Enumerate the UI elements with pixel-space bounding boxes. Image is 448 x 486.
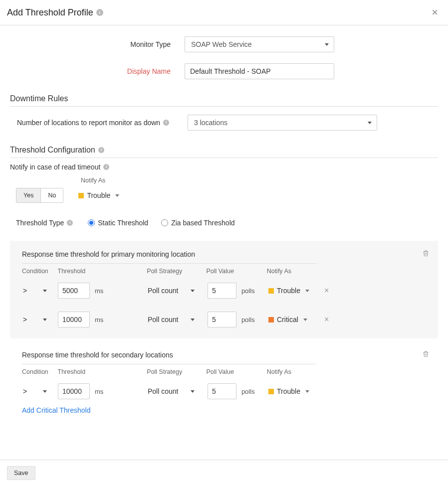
add-critical-threshold-link[interactable]: Add Critical Threshold xyxy=(22,406,90,414)
notify-status-select[interactable]: Trouble xyxy=(78,191,119,199)
toggle-yes[interactable]: Yes xyxy=(16,188,41,202)
info-icon[interactable]: i xyxy=(67,220,73,226)
col-threshold: Threshold xyxy=(58,268,147,275)
condition-select[interactable]: > xyxy=(22,383,50,399)
monitor-type-label: Monitor Type xyxy=(10,40,185,48)
primary-block-title: Response time threshold for primary moni… xyxy=(22,250,195,258)
chevron-down-icon xyxy=(43,390,47,393)
notify-status-value: Trouble xyxy=(87,191,110,199)
col-condition: Condition xyxy=(22,368,58,375)
primary-threshold-block: Response time threshold for primary moni… xyxy=(10,241,438,338)
trouble-status-icon xyxy=(268,288,274,294)
chevron-down-icon xyxy=(305,390,309,393)
notify-as-select[interactable]: Trouble xyxy=(268,387,318,395)
threshold-config-title: Threshold Configuration i xyxy=(10,146,438,158)
chevron-down-icon xyxy=(115,194,119,197)
notify-as-select[interactable]: Trouble xyxy=(268,287,318,295)
monitor-type-select[interactable]: SOAP Web Service xyxy=(185,36,334,52)
downtime-rules-title: Downtime Rules xyxy=(10,94,438,107)
radio-static-threshold[interactable]: Static Threshold xyxy=(88,219,148,227)
radio-icon xyxy=(88,219,95,226)
remove-row-icon[interactable]: × xyxy=(324,286,329,295)
radio-icon xyxy=(161,219,168,226)
close-icon[interactable]: × xyxy=(432,7,438,18)
chevron-down-icon xyxy=(303,319,307,321)
unit-ms: ms xyxy=(95,287,103,295)
poll-value-input[interactable] xyxy=(208,312,236,327)
dialog-footer: Save xyxy=(0,460,448,486)
threshold-row: > ms Poll count polls xyxy=(22,383,429,399)
chevron-down-icon xyxy=(191,319,195,321)
locations-label: Number of locations to report monitor as… xyxy=(17,119,160,127)
threshold-row: > ms Poll count polls xyxy=(22,283,429,299)
radio-zia-threshold[interactable]: Zia based Threshold xyxy=(161,219,234,227)
info-icon[interactable]: i xyxy=(96,9,103,16)
chevron-down-icon xyxy=(43,290,47,292)
save-button[interactable]: Save xyxy=(7,466,35,480)
poll-value-input[interactable] xyxy=(208,283,236,299)
threshold-input[interactable] xyxy=(58,312,90,327)
chevron-down-icon xyxy=(191,390,195,393)
poll-strategy-select[interactable]: Poll count xyxy=(148,283,198,299)
dialog-title: Add Threshold Profile xyxy=(7,7,93,18)
notify-as-select[interactable]: Critical xyxy=(268,316,318,324)
display-name-label: Display Name xyxy=(10,67,185,75)
unit-polls: polls xyxy=(241,388,255,395)
info-icon[interactable]: i xyxy=(98,147,104,153)
chevron-down-icon xyxy=(191,290,195,292)
read-timeout-toggle: Yes No xyxy=(16,188,63,203)
monitor-type-value: SOAP Web Service xyxy=(191,40,252,48)
trash-icon[interactable] xyxy=(423,350,429,359)
unit-polls: polls xyxy=(241,287,255,295)
trash-icon[interactable] xyxy=(423,250,429,258)
threshold-input[interactable] xyxy=(58,283,90,299)
col-notify: Notify As xyxy=(267,368,316,375)
poll-value-input[interactable] xyxy=(208,383,236,399)
notify-as-label: Notify As xyxy=(81,177,438,184)
poll-strategy-select[interactable]: Poll count xyxy=(148,383,198,399)
secondary-block-title: Response time threshold for secondary lo… xyxy=(22,351,173,359)
chevron-down-icon xyxy=(305,290,309,292)
chevron-down-icon xyxy=(325,43,329,46)
trouble-status-icon xyxy=(78,193,84,198)
chevron-down-icon xyxy=(43,319,47,321)
dialog-title-wrap: Add Threshold Profile i xyxy=(7,7,103,18)
locations-value: 3 locations xyxy=(194,119,227,127)
col-pollvalue: Poll Value xyxy=(206,268,266,275)
col-pollvalue: Poll Value xyxy=(206,368,266,375)
info-icon[interactable]: i xyxy=(103,164,109,170)
col-threshold: Threshold xyxy=(58,368,147,375)
secondary-threshold-block: Response time threshold for secondary lo… xyxy=(10,341,438,425)
display-name-input[interactable] xyxy=(185,63,334,79)
toggle-no[interactable]: No xyxy=(41,188,63,202)
read-timeout-label: Notify in case of read timeout xyxy=(10,163,100,171)
condition-select[interactable]: > xyxy=(22,283,50,299)
dialog-header: Add Threshold Profile i × xyxy=(0,0,448,25)
threshold-row: > ms Poll count polls xyxy=(22,312,429,327)
info-icon[interactable]: i xyxy=(163,120,169,126)
unit-ms: ms xyxy=(95,316,103,324)
threshold-type-label: Threshold Type xyxy=(16,219,64,227)
poll-strategy-select[interactable]: Poll count xyxy=(148,312,198,327)
unit-polls: polls xyxy=(241,316,255,324)
trouble-status-icon xyxy=(268,389,274,394)
locations-select[interactable]: 3 locations xyxy=(188,115,377,131)
col-strategy: Poll Strategy xyxy=(147,368,206,375)
threshold-input[interactable] xyxy=(58,383,90,399)
chevron-down-icon xyxy=(368,122,372,124)
unit-ms: ms xyxy=(95,388,103,395)
col-notify: Notify As xyxy=(267,268,316,275)
col-condition: Condition xyxy=(22,268,58,275)
remove-row-icon[interactable]: × xyxy=(324,315,329,324)
col-strategy: Poll Strategy xyxy=(147,268,206,275)
condition-select[interactable]: > xyxy=(22,312,50,327)
critical-status-icon xyxy=(268,317,274,323)
